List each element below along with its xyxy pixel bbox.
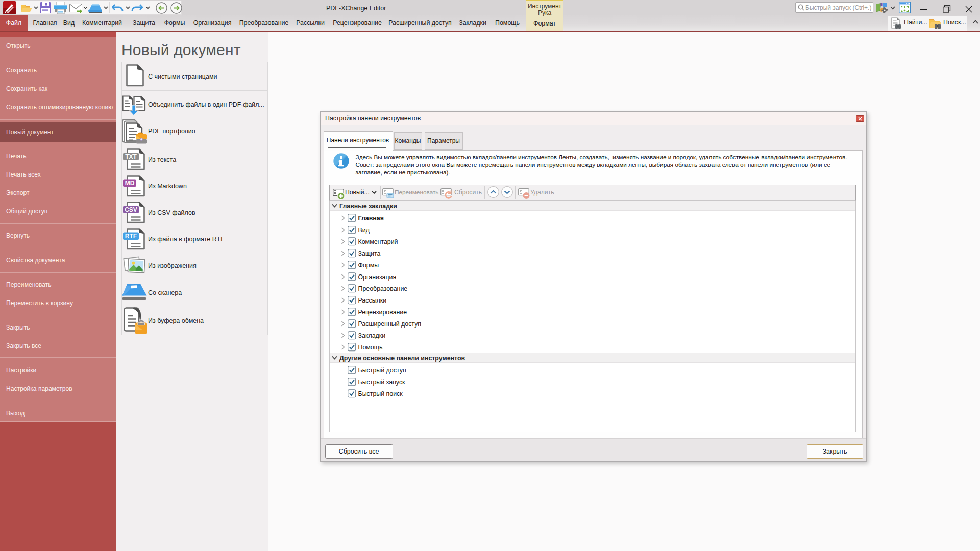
svg-text:MD: MD [125, 180, 135, 187]
svg-text:TXT: TXT [125, 153, 137, 160]
svg-text:CSV: CSV [125, 206, 137, 213]
svg-text:RTF: RTF [125, 233, 137, 240]
